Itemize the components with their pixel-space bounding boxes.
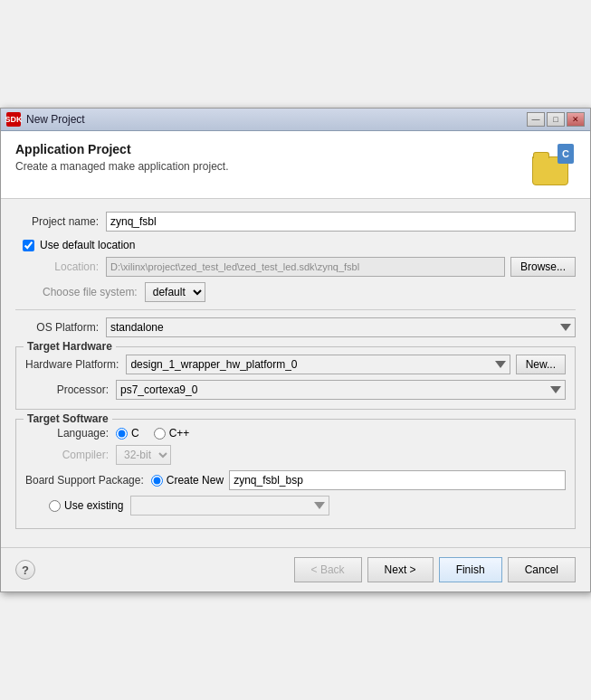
- project-name-row: Project name:: [15, 212, 576, 232]
- target-hardware-title: Target Hardware: [24, 340, 116, 353]
- compiler-select: 32-bit: [116, 445, 171, 465]
- close-button[interactable]: ✕: [567, 112, 585, 127]
- project-name-input[interactable]: [106, 212, 576, 232]
- bsp-name-input[interactable]: [229, 470, 566, 490]
- filesystem-row: Choose file system: default: [15, 282, 576, 302]
- footer: ? < Back Next > Finish Cancel: [1, 547, 590, 591]
- footer-buttons: < Back Next > Finish Cancel: [294, 557, 576, 582]
- language-c-radio[interactable]: [116, 428, 128, 440]
- use-default-location-row: Use default location: [15, 239, 576, 251]
- target-software-title: Target Software: [24, 412, 112, 425]
- language-c-option: C: [116, 427, 139, 440]
- title-bar: SDK New Project — □ ✕: [1, 109, 590, 131]
- header-text: Application Project Create a managed mak…: [15, 142, 228, 173]
- location-input: [106, 257, 505, 277]
- use-default-location-label: Use default location: [40, 239, 135, 251]
- language-row: Language: C C++: [25, 427, 566, 440]
- help-button[interactable]: ?: [15, 560, 35, 580]
- new-project-window: SDK New Project — □ ✕ Application Projec…: [0, 108, 591, 592]
- filesystem-select[interactable]: default: [145, 282, 205, 302]
- separator-1: [15, 309, 576, 310]
- os-platform-label: OS Platform:: [15, 321, 106, 334]
- dialog-content: Application Project Create a managed mak…: [1, 131, 590, 591]
- use-existing-row: Use existing: [25, 496, 566, 516]
- finish-button[interactable]: Finish: [439, 557, 502, 582]
- form-section: Project name: Use default location Locat…: [1, 199, 590, 547]
- create-new-radio[interactable]: [151, 475, 163, 487]
- language-c-label: C: [131, 427, 139, 440]
- folder-letter-icon: C: [558, 144, 574, 164]
- use-default-location-checkbox[interactable]: [23, 240, 34, 251]
- location-label: Location:: [15, 260, 106, 273]
- header-title: Application Project: [15, 142, 228, 156]
- title-bar-controls: — □ ✕: [527, 112, 585, 127]
- minimize-button[interactable]: —: [527, 112, 545, 127]
- create-new-label: Create New: [167, 474, 224, 487]
- os-platform-row: OS Platform: standalone: [15, 317, 576, 337]
- processor-row: Processor: ps7_cortexa9_0: [25, 380, 566, 400]
- filesystem-label: Choose file system:: [43, 286, 138, 298]
- new-hardware-button[interactable]: New...: [516, 355, 566, 374]
- next-button[interactable]: Next >: [367, 557, 434, 582]
- bsp-label: Board Support Package:: [25, 474, 151, 487]
- bsp-row: Board Support Package: Create New: [25, 470, 566, 490]
- language-cpp-label: C++: [169, 427, 190, 440]
- processor-select[interactable]: ps7_cortexa9_0: [116, 380, 566, 400]
- header-subtitle: Create a managed make application projec…: [15, 160, 228, 173]
- language-cpp-radio[interactable]: [154, 428, 166, 440]
- sdk-icon: SDK: [6, 112, 21, 127]
- compiler-label: Compiler:: [25, 449, 116, 461]
- maximize-button[interactable]: □: [547, 112, 565, 127]
- target-hardware-group: Target Hardware Hardware Platform: desig…: [15, 346, 576, 410]
- hardware-platform-row: Hardware Platform: design_1_wrapper_hw_p…: [25, 355, 566, 374]
- header-section: Application Project Create a managed mak…: [1, 131, 590, 199]
- hardware-platform-label: Hardware Platform:: [25, 358, 126, 371]
- os-platform-select[interactable]: standalone: [106, 317, 576, 337]
- language-label: Language:: [25, 427, 116, 440]
- cancel-button[interactable]: Cancel: [508, 557, 576, 582]
- title-bar-left: SDK New Project: [6, 112, 85, 127]
- project-name-label: Project name:: [15, 215, 106, 228]
- use-existing-label: Use existing: [64, 499, 123, 512]
- compiler-row: Compiler: 32-bit: [25, 445, 566, 465]
- location-row: Location: Browse...: [15, 257, 576, 277]
- hardware-platform-select[interactable]: design_1_wrapper_hw_platform_0: [126, 355, 510, 374]
- language-cpp-option: C++: [154, 427, 190, 440]
- use-existing-option: Use existing: [49, 499, 123, 512]
- window-title: New Project: [26, 113, 85, 126]
- processor-label: Processor:: [25, 383, 116, 396]
- use-existing-radio[interactable]: [49, 500, 61, 512]
- back-button[interactable]: < Back: [294, 557, 362, 582]
- language-radio-group: C C++: [116, 427, 189, 440]
- target-software-group: Target Software Language: C C++: [15, 419, 576, 529]
- use-existing-select: [130, 496, 329, 516]
- browse-button[interactable]: Browse...: [510, 257, 576, 277]
- header-icon: C: [532, 142, 576, 185]
- create-new-option: Create New: [151, 474, 224, 487]
